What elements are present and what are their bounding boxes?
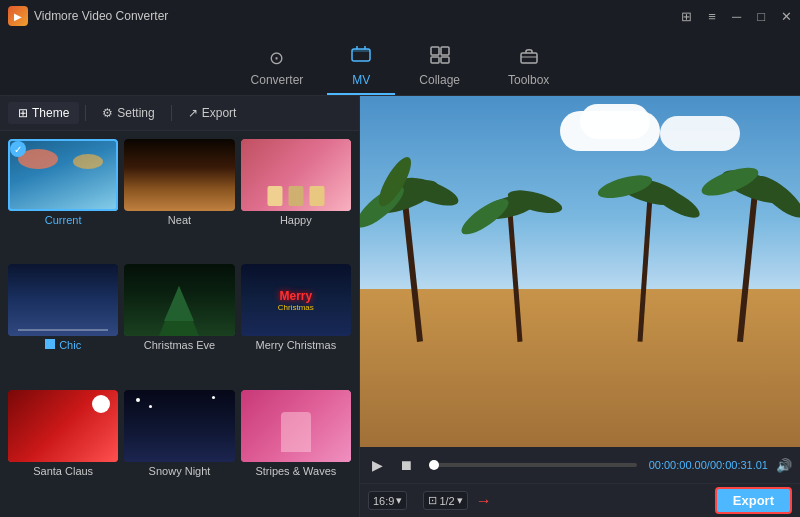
theme-neat[interactable]: Neat: [124, 139, 234, 258]
svg-line-21: [640, 197, 650, 342]
ratio-chevron: ▾: [396, 494, 402, 507]
tab-setting[interactable]: ⚙ Setting: [92, 102, 164, 124]
ratio-value: 16:9: [373, 495, 394, 507]
nav-mv[interactable]: MV: [327, 38, 395, 95]
resolution-icon: ⊡: [428, 494, 437, 507]
nav-collage-label: Collage: [419, 73, 460, 87]
theme-current[interactable]: ✓ Current: [8, 139, 118, 258]
video-footer: 16:9 ▾ ⊡ 1/2 ▾ → Export: [360, 483, 800, 517]
tab-theme[interactable]: ⊞ Theme: [8, 102, 79, 124]
ratio-select[interactable]: 16:9 ▾: [368, 491, 407, 510]
title-bar-left: ▶ Vidmore Video Converter: [8, 6, 168, 26]
theme-check-icon: ✓: [10, 141, 26, 157]
app-logo: ▶: [8, 6, 28, 26]
title-controls: ⊞ ≡ ─ □ ✕: [681, 9, 792, 24]
theme-chic[interactable]: Chic: [8, 264, 118, 383]
panel-tabs: ⊞ Theme ⚙ Setting ↗ Export: [0, 96, 359, 131]
export-tab-icon: ↗: [188, 106, 198, 120]
nav-converter-label: Converter: [251, 73, 304, 87]
minimize-btn[interactable]: ─: [732, 9, 741, 24]
theme-stripes-waves-label: Stripes & Waves: [241, 462, 351, 479]
theme-tab-icon: ⊞: [18, 106, 28, 120]
collage-icon: [430, 46, 450, 69]
export-button[interactable]: Export: [715, 487, 792, 514]
app-title: Vidmore Video Converter: [34, 9, 168, 23]
hamburger-icon[interactable]: ≡: [708, 9, 716, 24]
progress-indicator: [429, 460, 439, 470]
time-display: 00:00:00.00/00:00:31.01: [649, 459, 768, 471]
tab-divider-2: [171, 105, 172, 121]
main-area: ⊞ Theme ⚙ Setting ↗ Export: [0, 96, 800, 517]
svg-rect-3: [441, 47, 449, 55]
nav-collage[interactable]: Collage: [395, 38, 484, 95]
theme-happy[interactable]: Happy: [241, 139, 351, 258]
svg-rect-1: [352, 49, 370, 52]
theme-stripes-waves[interactable]: Stripes & Waves: [241, 390, 351, 509]
maximize-btn[interactable]: □: [757, 9, 765, 24]
svg-rect-4: [431, 57, 439, 63]
svg-rect-5: [441, 57, 449, 63]
tab-setting-label: Setting: [117, 106, 154, 120]
theme-neat-label: Neat: [124, 211, 234, 228]
tab-divider-1: [85, 105, 86, 121]
menu-icon[interactable]: ⊞: [681, 9, 692, 24]
nav-mv-label: MV: [352, 73, 370, 87]
theme-chic-label: Chic: [59, 336, 81, 353]
play-button[interactable]: ▶: [368, 455, 387, 475]
svg-line-8: [405, 202, 420, 342]
video-controls: ▶ ⏹ 00:00:00.00/00:00:31.01 🔊: [360, 447, 800, 483]
top-nav: ⊙ Converter MV Collage: [0, 32, 800, 96]
converter-icon: ⊙: [269, 47, 284, 69]
toolbox-icon: [519, 46, 539, 69]
export-arrow: →: [476, 492, 492, 510]
stop-button[interactable]: ⏹: [395, 455, 417, 475]
svg-rect-6: [521, 53, 537, 63]
theme-santa-claus-label: Santa Claus: [8, 462, 118, 479]
theme-current-label: Current: [8, 211, 118, 228]
svg-line-13: [740, 192, 755, 342]
svg-rect-2: [431, 47, 439, 55]
progress-bar[interactable]: [429, 463, 637, 467]
video-preview: [360, 96, 800, 447]
theme-santa-claus[interactable]: Santa Claus: [8, 390, 118, 509]
theme-merry-christmas-label: Merry Christmas: [241, 336, 351, 353]
mv-icon: [351, 46, 371, 69]
nav-toolbox-label: Toolbox: [508, 73, 549, 87]
resolution-value: 1/2: [439, 495, 454, 507]
tab-export[interactable]: ↗ Export: [178, 102, 247, 124]
setting-tab-icon: ⚙: [102, 106, 113, 120]
resolution-select[interactable]: ⊡ 1/2 ▾: [423, 491, 467, 510]
theme-christmas-eve[interactable]: Christmas Eve: [124, 264, 234, 383]
theme-happy-label: Happy: [241, 211, 351, 228]
tab-theme-label: Theme: [32, 106, 69, 120]
theme-merry-christmas[interactable]: Merry Christmas Merry Christmas: [241, 264, 351, 383]
close-btn[interactable]: ✕: [781, 9, 792, 24]
nav-toolbox[interactable]: Toolbox: [484, 38, 573, 95]
tab-export-label: Export: [202, 106, 237, 120]
left-panel: ⊞ Theme ⚙ Setting ↗ Export: [0, 96, 360, 517]
resolution-chevron: ▾: [457, 494, 463, 507]
title-bar: ▶ Vidmore Video Converter ⊞ ≡ ─ □ ✕: [0, 0, 800, 32]
right-panel: ▶ ⏹ 00:00:00.00/00:00:31.01 🔊 16:9 ▾ ⊡ 1…: [360, 96, 800, 517]
svg-line-17: [510, 212, 520, 342]
themes-grid: ✓ Current Neat: [0, 131, 359, 517]
volume-icon[interactable]: 🔊: [776, 458, 792, 473]
theme-christmas-eve-label: Christmas Eve: [124, 336, 234, 353]
theme-snowy-night[interactable]: Snowy Night: [124, 390, 234, 509]
nav-converter[interactable]: ⊙ Converter: [227, 39, 328, 95]
theme-snowy-night-label: Snowy Night: [124, 462, 234, 479]
